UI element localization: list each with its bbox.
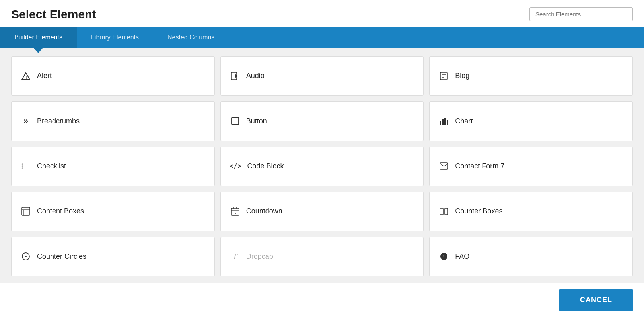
code-block-icon: </> (230, 162, 242, 170)
dialog-footer: CANCEL (0, 283, 644, 317)
element-card-faq[interactable]: !FAQ (429, 237, 633, 276)
element-card-alert[interactable]: !Alert (11, 56, 215, 96)
blog-icon (438, 72, 449, 80)
element-label-blog: Blog (455, 72, 469, 80)
element-label-code-block: Code Block (247, 162, 284, 170)
svg-rect-29 (445, 208, 448, 215)
alert-icon: ! (20, 72, 31, 80)
element-card-checklist[interactable]: Checklist (11, 147, 215, 186)
element-card-dropcap[interactable]: TDropcap (220, 237, 424, 276)
faq-icon: ! (438, 252, 449, 261)
element-label-counter-boxes: Counter Boxes (455, 207, 502, 215)
elements-grid: !AlertAudioBlog»BreadcrumbsButtonChartCh… (0, 48, 644, 283)
element-label-button: Button (246, 117, 267, 125)
svg-rect-21 (22, 207, 30, 215)
element-label-countdown: Countdown (246, 207, 282, 215)
page-title: Select Element (11, 8, 96, 21)
element-label-breadcrumbs: Breadcrumbs (37, 117, 80, 125)
element-label-chart: Chart (455, 117, 473, 125)
checklist-icon (20, 162, 31, 170)
element-label-counter-circles: Counter Circles (37, 252, 86, 261)
dialog-header: Select Element (0, 0, 644, 27)
element-card-audio[interactable]: Audio (220, 56, 424, 96)
element-label-faq: FAQ (455, 252, 469, 261)
audio-icon (230, 72, 241, 80)
element-label-content-boxes: Content Boxes (37, 207, 84, 215)
element-label-dropcap: Dropcap (246, 252, 273, 261)
breadcrumbs-icon: » (20, 116, 31, 126)
element-card-code-block[interactable]: </>Code Block (220, 147, 424, 186)
element-label-checklist: Checklist (37, 162, 66, 170)
svg-text:!: ! (25, 75, 27, 80)
element-card-button[interactable]: Button (220, 101, 424, 141)
svg-rect-12 (447, 120, 448, 125)
cancel-button[interactable]: CANCEL (559, 289, 633, 311)
content-boxes-icon (20, 207, 31, 216)
svg-rect-20 (440, 163, 448, 169)
element-card-counter-boxes[interactable]: Counter Boxes (429, 192, 633, 231)
element-label-contact-form: Contact Form 7 (455, 162, 504, 170)
button-icon (230, 117, 241, 125)
dropcap-icon: T (230, 251, 241, 262)
element-label-audio: Audio (246, 72, 265, 80)
element-card-blog[interactable]: Blog (429, 56, 633, 96)
svg-point-19 (22, 168, 23, 169)
element-card-chart[interactable]: Chart (429, 101, 633, 141)
svg-point-17 (22, 164, 23, 165)
tab-builder-elements[interactable]: Builder Elements (0, 27, 77, 48)
element-card-counter-circles[interactable]: Counter Circles (11, 237, 215, 276)
select-element-dialog: Select Element Builder Elements Library … (0, 0, 644, 317)
countdown-icon (230, 207, 241, 216)
element-card-content-boxes[interactable]: Content Boxes (11, 192, 215, 231)
svg-text:!: ! (443, 254, 445, 260)
counter-boxes-icon (438, 208, 449, 215)
tab-nested-columns[interactable]: Nested Columns (153, 27, 229, 48)
svg-point-31 (25, 256, 27, 257)
svg-rect-28 (440, 208, 443, 215)
element-card-contact-form[interactable]: Contact Form 7 (429, 147, 633, 186)
svg-point-18 (22, 166, 23, 167)
element-card-countdown[interactable]: Countdown (220, 192, 424, 231)
counter-circles-icon (20, 252, 31, 261)
search-input[interactable] (529, 7, 633, 21)
element-label-alert: Alert (37, 72, 52, 80)
contact-form-icon (438, 162, 449, 170)
tabs-bar: Builder Elements Library Elements Nested… (0, 27, 644, 48)
svg-rect-11 (444, 118, 446, 125)
svg-rect-8 (232, 117, 239, 125)
chart-icon (438, 117, 449, 125)
element-card-breadcrumbs[interactable]: »Breadcrumbs (11, 101, 215, 141)
svg-rect-9 (440, 121, 441, 125)
svg-rect-10 (442, 119, 444, 125)
tab-library-elements[interactable]: Library Elements (77, 27, 153, 48)
